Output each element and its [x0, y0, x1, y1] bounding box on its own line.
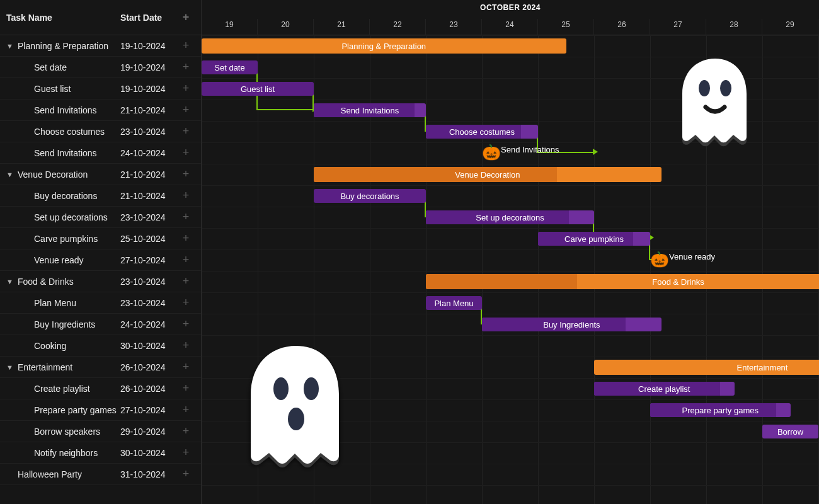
- task-name[interactable]: Buy decorations: [34, 191, 120, 201]
- task-start-date[interactable]: 30-10-2024: [120, 448, 177, 458]
- task-start-date[interactable]: 19-10-2024: [120, 41, 177, 51]
- add-task-button[interactable]: +: [177, 146, 195, 159]
- task-row[interactable]: Choose costumes23-10-2024+: [0, 121, 201, 142]
- task-start-date[interactable]: 29-10-2024: [120, 427, 177, 437]
- expand-toggle-icon[interactable]: ▼: [6, 364, 15, 371]
- task-start-date[interactable]: 26-10-2024: [120, 362, 177, 372]
- day-header-cell[interactable]: 24: [482, 19, 538, 35]
- expand-toggle-icon[interactable]: ▼: [6, 171, 15, 178]
- task-name[interactable]: Cooking: [34, 341, 120, 351]
- task-row[interactable]: Borrow speakers29-10-2024+: [0, 421, 201, 442]
- task-name[interactable]: Venue ready: [34, 255, 120, 265]
- task-name[interactable]: Prepare party games: [34, 405, 120, 415]
- task-row[interactable]: Send Invitations24-10-2024+: [0, 142, 201, 164]
- day-header-cell[interactable]: 28: [706, 19, 762, 35]
- add-task-button[interactable]: +: [177, 296, 195, 309]
- task-start-date[interactable]: 26-10-2024: [120, 384, 177, 394]
- task-name[interactable]: Venue Decoration: [18, 169, 120, 180]
- task-start-date[interactable]: 24-10-2024: [120, 148, 177, 158]
- day-header-cell[interactable]: 22: [370, 19, 426, 35]
- task-start-date[interactable]: 24-10-2024: [120, 319, 177, 329]
- task-row[interactable]: Buy Ingredients24-10-2024+: [0, 314, 201, 335]
- task-name[interactable]: Entertainment: [18, 362, 120, 372]
- task-name[interactable]: Planning & Preparation: [18, 41, 120, 51]
- task-name[interactable]: Carve pumpkins: [34, 234, 120, 244]
- task-row[interactable]: Carve pumpkins25-10-2024+: [0, 228, 201, 249]
- add-task-button[interactable]: +: [177, 446, 195, 459]
- task-row[interactable]: ▼Planning & Preparation19-10-2024+: [0, 35, 201, 57]
- task-row[interactable]: ▼Entertainment26-10-2024+: [0, 357, 201, 378]
- add-task-button[interactable]: +: [177, 318, 195, 331]
- add-task-button[interactable]: +: [177, 360, 195, 374]
- add-task-button[interactable]: +: [177, 253, 195, 266]
- task-name[interactable]: Borrow speakers: [34, 427, 120, 437]
- gantt-task-bar[interactable]: Set date: [202, 60, 258, 74]
- gantt-group-bar[interactable]: Planning & Preparation: [202, 38, 566, 54]
- add-task-button[interactable]: +: [177, 39, 195, 52]
- add-task-button[interactable]: +: [177, 60, 195, 74]
- gantt-task-bar[interactable]: Choose costumes: [426, 125, 538, 139]
- task-row[interactable]: Guest list19-10-2024+: [0, 78, 201, 100]
- task-name[interactable]: Buy Ingredients: [34, 319, 120, 329]
- task-row[interactable]: Plan Menu23-10-2024+: [0, 292, 201, 314]
- task-start-date[interactable]: 21-10-2024: [120, 105, 177, 115]
- task-start-date[interactable]: 27-10-2024: [120, 405, 177, 415]
- column-header-date[interactable]: Start Date: [120, 13, 177, 23]
- task-start-date[interactable]: 21-10-2024: [120, 169, 177, 180]
- add-task-button[interactable]: +: [177, 403, 195, 416]
- task-start-date[interactable]: 19-10-2024: [120, 62, 177, 72]
- gantt-task-bar[interactable]: Guest list: [202, 82, 314, 96]
- task-name[interactable]: Send Invitations: [34, 148, 120, 158]
- day-header-cell[interactable]: 25: [538, 19, 594, 35]
- task-name[interactable]: Send Invitations: [34, 105, 120, 115]
- task-start-date[interactable]: 19-10-2024: [120, 84, 177, 94]
- task-row[interactable]: Prepare party games27-10-2024+: [0, 399, 201, 421]
- gantt-group-bar[interactable]: Entertainment: [594, 360, 819, 375]
- add-task-button[interactable]: +: [177, 275, 195, 288]
- task-row[interactable]: Create playlist26-10-2024+: [0, 378, 201, 399]
- add-task-button[interactable]: +: [177, 339, 195, 352]
- task-start-date[interactable]: 25-10-2024: [120, 234, 177, 244]
- day-header-cell[interactable]: 19: [202, 19, 258, 35]
- task-start-date[interactable]: 21-10-2024: [120, 191, 177, 201]
- task-row[interactable]: ▼Venue Decoration21-10-2024+: [0, 164, 201, 185]
- task-row[interactable]: Notify neighbors30-10-2024+: [0, 442, 201, 464]
- column-header-task[interactable]: Task Name: [6, 13, 120, 23]
- add-task-button[interactable]: +: [177, 125, 195, 138]
- task-name[interactable]: Create playlist: [34, 384, 120, 394]
- gantt-task-bar[interactable]: Borrow: [762, 425, 818, 438]
- task-start-date[interactable]: 23-10-2024: [120, 277, 177, 287]
- task-start-date[interactable]: 23-10-2024: [120, 127, 177, 137]
- gantt-task-bar[interactable]: Set up decorations: [426, 210, 594, 224]
- add-task-button[interactable]: +: [177, 82, 195, 95]
- day-header-cell[interactable]: 29: [762, 19, 818, 35]
- task-row[interactable]: Venue ready27-10-2024+: [0, 249, 201, 271]
- task-name[interactable]: Set up decorations: [34, 212, 120, 222]
- day-header-cell[interactable]: 20: [258, 19, 314, 35]
- add-task-button[interactable]: +: [177, 103, 195, 117]
- task-name[interactable]: Set date: [34, 62, 120, 72]
- task-row[interactable]: ▼Food & Drinks23-10-2024+: [0, 271, 201, 292]
- task-name[interactable]: Notify neighbors: [34, 448, 120, 458]
- task-row[interactable]: Set up decorations23-10-2024+: [0, 207, 201, 228]
- add-task-button[interactable]: +: [177, 232, 195, 245]
- task-name[interactable]: Food & Drinks: [18, 277, 120, 287]
- task-name[interactable]: Choose costumes: [34, 127, 120, 137]
- task-start-date[interactable]: 30-10-2024: [120, 341, 177, 351]
- add-task-button[interactable]: +: [177, 467, 195, 481]
- task-row[interactable]: Halloween Party31-10-2024+: [0, 464, 201, 485]
- expand-toggle-icon[interactable]: ▼: [6, 278, 15, 285]
- gantt-task-bar[interactable]: Send Invitations: [314, 103, 426, 117]
- gantt-task-bar[interactable]: Carve pumpkins: [538, 232, 650, 246]
- add-task-button[interactable]: +: [177, 425, 195, 438]
- task-row[interactable]: Cooking30-10-2024+: [0, 335, 201, 357]
- task-row[interactable]: Send Invitations21-10-2024+: [0, 100, 201, 121]
- task-start-date[interactable]: 27-10-2024: [120, 255, 177, 265]
- expand-toggle-icon[interactable]: ▼: [6, 42, 15, 50]
- gantt-group-bar[interactable]: Food & Drinks: [426, 274, 819, 289]
- task-row[interactable]: Buy decorations21-10-2024+: [0, 185, 201, 207]
- day-header-cell[interactable]: 26: [594, 19, 650, 35]
- add-task-button[interactable]: +: [177, 189, 195, 202]
- gantt-task-bar[interactable]: Prepare party games: [650, 403, 791, 417]
- gantt-task-bar[interactable]: Buy decorations: [314, 189, 426, 203]
